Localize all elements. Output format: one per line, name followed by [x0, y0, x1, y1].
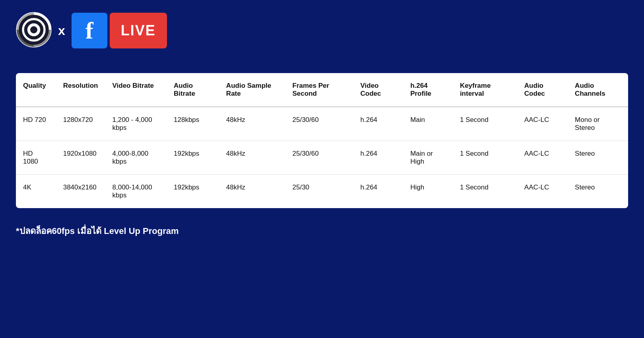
cell-video_bitrate: 4,000-8,000 kbps: [105, 141, 167, 175]
cell-audio_codec: AAC-LC: [517, 141, 568, 175]
footer-note: *ปลดล็อค60fps เมื่อได้ Level Up Program: [16, 224, 628, 238]
cell-audio_sample_rate: 48kHz: [219, 175, 285, 209]
cell-h264_profile: High: [403, 175, 453, 209]
cell-keyframe_interval: 1 Second: [453, 107, 517, 141]
cell-quality: HD 720: [16, 107, 56, 141]
col-audio-sample-rate: Audio Sample Rate: [219, 73, 285, 107]
table-header-row: Quality Resolution Video Bitrate Audio B…: [16, 73, 628, 107]
table-row: HD 7201280x7201,200 - 4,000 kbps128kbps4…: [16, 107, 628, 141]
cell-quality: 4K: [16, 175, 56, 209]
cell-frames_per_second: 25/30/60: [285, 107, 353, 141]
cell-quality: HD 1080: [16, 141, 56, 175]
cell-audio_channels: Stereo: [568, 175, 628, 209]
cell-resolution: 1280x720: [56, 107, 105, 141]
obs-logo: [16, 12, 52, 49]
cell-audio_sample_rate: 48kHz: [219, 141, 285, 175]
cell-audio_bitrate: 128kbps: [167, 107, 219, 141]
cell-frames_per_second: 25/30/60: [285, 141, 353, 175]
header: x f LIVE: [16, 12, 628, 49]
svg-point-3: [30, 26, 37, 33]
cell-h264_profile: Main: [403, 107, 453, 141]
col-h264-profile: h.264 Profile: [403, 73, 453, 107]
col-video-codec: Video Codec: [353, 73, 403, 107]
cell-audio_channels: Mono or Stereo: [568, 107, 628, 141]
x-separator: x: [58, 23, 65, 38]
cell-h264_profile: Main or High: [403, 141, 453, 175]
col-video-bitrate: Video Bitrate: [105, 73, 167, 107]
col-keyframe: Keyframe interval: [453, 73, 517, 107]
facebook-icon: f: [72, 13, 107, 48]
cell-audio_codec: AAC-LC: [517, 175, 568, 209]
live-badge: LIVE: [110, 13, 167, 48]
cell-audio_bitrate: 192kbps: [167, 141, 219, 175]
cell-keyframe_interval: 1 Second: [453, 141, 517, 175]
cell-audio_bitrate: 192kbps: [167, 175, 219, 209]
cell-video_codec: h.264: [353, 141, 403, 175]
cell-audio_channels: Stereo: [568, 141, 628, 175]
col-audio-codec: Audio Codec: [517, 73, 568, 107]
table-row: HD 10801920x10804,000-8,000 kbps192kbps4…: [16, 141, 628, 175]
table-row: 4K3840x21608,000-14,000 kbps192kbps48kHz…: [16, 175, 628, 209]
col-quality: Quality: [16, 73, 56, 107]
cell-video_codec: h.264: [353, 175, 403, 209]
cell-resolution: 1920x1080: [56, 141, 105, 175]
cell-resolution: 3840x2160: [56, 175, 105, 209]
cell-keyframe_interval: 1 Second: [453, 175, 517, 209]
cell-frames_per_second: 25/30: [285, 175, 353, 209]
specs-table: Quality Resolution Video Bitrate Audio B…: [16, 73, 628, 208]
specs-table-container: Quality Resolution Video Bitrate Audio B…: [16, 73, 628, 208]
cell-video_codec: h.264: [353, 107, 403, 141]
cell-audio_sample_rate: 48kHz: [219, 107, 285, 141]
fb-live-container: f LIVE: [72, 13, 167, 48]
col-resolution: Resolution: [56, 73, 105, 107]
col-audio-channels: Audio Channels: [568, 73, 628, 107]
cell-video_bitrate: 1,200 - 4,000 kbps: [105, 107, 167, 141]
col-fps: Frames Per Second: [285, 73, 353, 107]
cell-audio_codec: AAC-LC: [517, 107, 568, 141]
col-audio-bitrate: Audio Bitrate: [167, 73, 219, 107]
cell-video_bitrate: 8,000-14,000 kbps: [105, 175, 167, 209]
